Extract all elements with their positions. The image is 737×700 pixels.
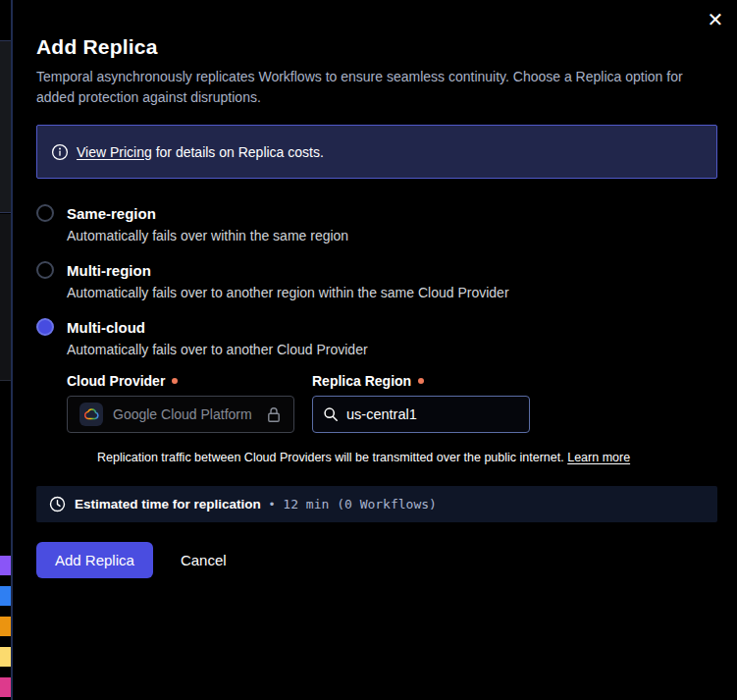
learn-more-link[interactable]: Learn more [567, 451, 630, 464]
required-dot-icon [172, 378, 178, 384]
estimate-banner: Estimated time for replication • 12 min … [36, 486, 717, 522]
pricing-info-banner: View Pricing for details on Replica cost… [36, 125, 717, 179]
radio-unselected-icon[interactable] [36, 204, 54, 222]
page-title: Add Replica [36, 35, 717, 59]
clock-icon [49, 496, 66, 512]
row-color-chip [0, 586, 11, 606]
estimate-label: Estimated time for replication [75, 497, 261, 512]
close-icon[interactable]: ✕ [704, 8, 727, 31]
gcp-logo-icon [79, 403, 103, 426]
option-multi-cloud: Multi-cloud Automatically fails over to … [36, 318, 717, 464]
modal-description: Temporal asynchronously replicates Workf… [36, 67, 711, 108]
background-panel [0, 40, 11, 213]
option-description: Automatically fails over within the same… [67, 228, 717, 243]
row-color-chip [0, 556, 11, 575]
add-replica-button[interactable]: Add Replica [36, 542, 153, 578]
option-label: Same-region [67, 205, 156, 222]
search-icon [323, 406, 339, 422]
option-description: Automatically fails over to another regi… [67, 285, 717, 300]
multi-cloud-form: Cloud Provider Replica Region [67, 373, 717, 464]
add-replica-modal: ✕ Add Replica Temporal asynchronously re… [13, 0, 737, 700]
radio-selected-icon[interactable] [36, 318, 54, 336]
info-icon [51, 143, 69, 161]
radio-multi-region[interactable]: Multi-region [36, 261, 717, 279]
cancel-button[interactable]: Cancel [181, 552, 227, 568]
view-pricing-link[interactable]: View Pricing [77, 144, 152, 160]
estimate-value: 12 min (0 Workflows) [283, 497, 437, 512]
row-color-chip [0, 677, 11, 697]
option-description: Automatically fails over to another Clou… [67, 342, 717, 357]
estimate-separator: • [270, 497, 275, 512]
background-page-strip [0, 0, 13, 700]
row-color-chip [0, 647, 11, 667]
modal-actions: Add Replica Cancel [36, 542, 717, 578]
replica-region-label: Replica Region [312, 373, 424, 389]
replica-region-field[interactable] [312, 396, 530, 433]
replica-options-group: Same-region Automatically fails over wit… [36, 204, 717, 464]
lock-icon [266, 406, 282, 423]
pricing-banner-text: View Pricing for details on Replica cost… [77, 144, 324, 160]
radio-multi-cloud[interactable]: Multi-cloud [36, 318, 717, 336]
radio-unselected-icon[interactable] [36, 261, 54, 279]
cloud-provider-field: Google Cloud Platform [67, 396, 294, 433]
cloud-provider-value: Google Cloud Platform [113, 406, 252, 422]
option-label: Multi-cloud [67, 319, 145, 336]
option-label: Multi-region [67, 262, 151, 279]
option-multi-region: Multi-region Automatically fails over to… [36, 261, 717, 300]
radio-same-region[interactable]: Same-region [36, 204, 717, 222]
traffic-note: Replication traffic between Cloud Provid… [97, 451, 717, 464]
required-dot-icon [418, 378, 424, 384]
row-color-chip [0, 617, 11, 636]
cloud-provider-label: Cloud Provider [67, 373, 312, 389]
replica-region-input[interactable] [346, 406, 503, 422]
background-panel [0, 214, 11, 381]
option-same-region: Same-region Automatically fails over wit… [36, 204, 717, 243]
